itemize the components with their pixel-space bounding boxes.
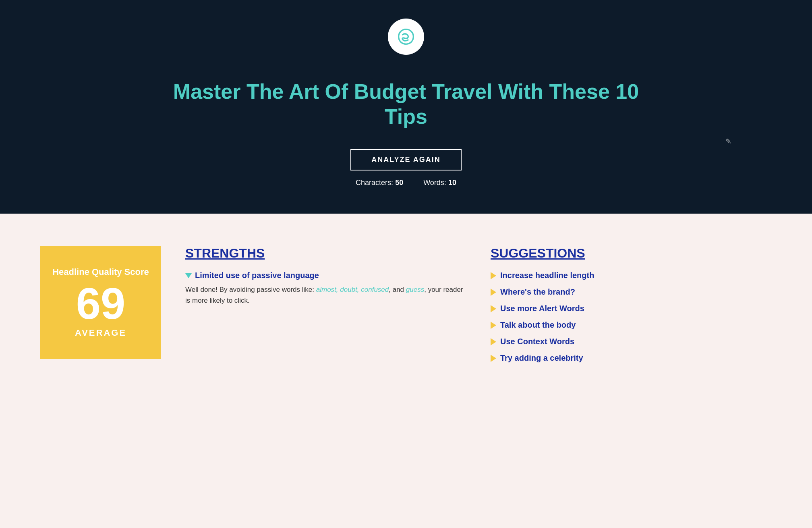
analyze-again-button[interactable]: ANALYZE AGAIN (350, 149, 462, 170)
strengths-section: STRENGTHS Limited use of passive languag… (185, 246, 466, 312)
suggestion-text: Use Context Words (500, 337, 574, 346)
score-rating: AVERAGE (75, 328, 126, 338)
headline-display: Master The Art Of Budget Travel With The… (164, 79, 648, 129)
top-section: Master The Art Of Budget Travel With The… (0, 0, 812, 214)
score-box: Headline Quality Score 69 AVERAGE (40, 246, 161, 359)
collapse-icon[interactable] (185, 273, 192, 278)
suggestion-arrow-icon (491, 305, 496, 312)
suggestion-text: Try adding a celebrity (500, 353, 583, 363)
suggestion-arrow-icon (491, 338, 496, 345)
edit-icon[interactable]: ✎ (725, 137, 731, 146)
logo-icon (396, 27, 416, 47)
strength-title: Limited use of passive language (195, 271, 319, 280)
suggestion-arrow-icon (491, 289, 496, 296)
strengths-title: STRENGTHS (185, 246, 466, 261)
suggestion-text: Talk about the body (500, 320, 576, 330)
words-stat: Words: 10 (423, 179, 456, 187)
suggestion-item-5[interactable]: Use Context Words (491, 337, 772, 346)
suggestion-arrow-icon (491, 322, 496, 329)
suggestion-arrow-icon (491, 272, 496, 279)
suggestion-item-2[interactable]: Where's the brand? (491, 287, 772, 297)
suggestions-section: SUGGESTIONS Increase headline length Whe… (491, 246, 772, 370)
score-number: 69 (76, 281, 125, 326)
score-label: Headline Quality Score (52, 267, 149, 277)
suggestion-text: Increase headline length (500, 271, 594, 280)
suggestion-item-4[interactable]: Talk about the body (491, 320, 772, 330)
suggestion-item-6[interactable]: Try adding a celebrity (491, 353, 772, 363)
logo (388, 19, 424, 55)
suggestion-arrow-icon (491, 355, 496, 362)
suggestions-title: SUGGESTIONS (491, 246, 772, 261)
strength-description: Well done! By avoiding passive words lik… (185, 284, 466, 306)
characters-stat: Characters: 50 (356, 179, 403, 187)
strength-header: Limited use of passive language (185, 271, 466, 280)
bottom-section: Headline Quality Score 69 AVERAGE STRENG… (0, 214, 812, 402)
suggestion-text: Use more Alert Words (500, 304, 584, 313)
stats-row: Characters: 50 Words: 10 (356, 179, 456, 187)
suggestion-item-1[interactable]: Increase headline length (491, 271, 772, 280)
suggestion-text: Where's the brand? (500, 287, 575, 297)
suggestion-item-3[interactable]: Use more Alert Words (491, 304, 772, 313)
strength-item: Limited use of passive language Well don… (185, 271, 466, 306)
